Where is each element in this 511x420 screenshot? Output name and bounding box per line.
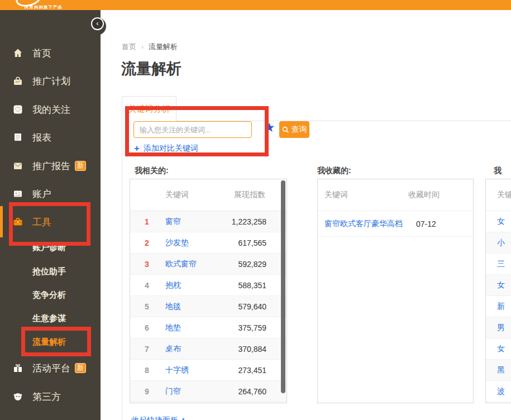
favorite-star-icon[interactable]: ★ [264, 120, 275, 135]
table-scrollbar[interactable] [281, 180, 285, 393]
impression-value: 588,351 [238, 281, 266, 290]
table-body: 1 窗帘 1,223,258 2 沙发垫 617,565 3 欧式窗帘 592,… [130, 211, 286, 402]
sidebar-subitem-account-diagnosis[interactable]: 账户诊断 [32, 239, 99, 256]
rank: 5 [145, 302, 157, 311]
subitem-label: 生意参谋 [32, 313, 66, 324]
sidebar-subitem-business-advisor[interactable]: 生意参谋 [32, 310, 99, 327]
sidebar-subitem-competition-analysis[interactable]: 竞争分析 [32, 287, 99, 303]
breadcrumb-current: 流量解析 [149, 42, 178, 51]
plus-icon: + [134, 143, 140, 154]
table-row: 女 [486, 211, 511, 232]
favorites-section-title: 我收藏的: [317, 166, 351, 176]
table-header: 关键词 [486, 179, 511, 211]
impression-value: 375,759 [238, 323, 266, 332]
keyword-link[interactable]: 桌布 [165, 344, 181, 354]
sidebar-item-label: 推广报告 [32, 160, 70, 173]
sidebar-item-tools[interactable]: 工具 [0, 212, 101, 232]
keyword-search-input[interactable] [133, 121, 252, 138]
keyword-link[interactable]: 女 [497, 217, 505, 227]
promo-report-icon [12, 160, 23, 171]
sidebar-item-label: 第三方 [32, 390, 61, 403]
subitem-label: 竞争分析 [32, 290, 66, 300]
favorite-time: 07-12 [416, 219, 436, 228]
breadcrumb-home[interactable]: 首页 [122, 42, 136, 51]
breadcrumb-separator-icon: › [136, 43, 149, 51]
table-row: 三 [486, 254, 511, 275]
account-icon [12, 188, 23, 199]
keyword-link[interactable]: 新 [497, 302, 505, 312]
sidebar-item-label: 工具 [32, 216, 51, 228]
breadcrumb: 首页›流量解析 [122, 42, 178, 52]
keyword-link[interactable]: 窗帘 [165, 217, 181, 227]
sidebar-item-account[interactable]: 账户 [0, 184, 101, 204]
col-keyword: 关键词 [497, 190, 511, 200]
thirdparty-icon [12, 391, 23, 402]
subitem-label: 流量解析 [32, 337, 66, 347]
sidebar-item-label: 报表 [32, 131, 51, 144]
sidebar-item-my-watchlist[interactable]: 我的关注 [0, 99, 101, 120]
sidebar-subitem-traffic-analysis[interactable]: 流量解析 [32, 333, 99, 350]
sidebar-item-promo-plan[interactable]: 推广计划 [0, 71, 101, 91]
activity-icon [12, 362, 23, 374]
table-row: 1 窗帘 1,223,258 [130, 211, 286, 232]
col-keyword: 关键词 [165, 190, 189, 200]
rank: 8 [145, 366, 157, 375]
keyword-link[interactable]: 地垫 [165, 323, 181, 333]
table-header: 关键词 展现指数 [130, 179, 286, 211]
keyword-link[interactable]: 波 [497, 386, 505, 397]
add-compare-keyword-link[interactable]: + 添加对比关键词 [134, 143, 198, 154]
keyword-link[interactable]: 地毯 [165, 302, 181, 312]
related-keywords-table: 关键词 展现指数 1 窗帘 1,223,258 2 沙发垫 617,565 3 … [130, 179, 287, 403]
keyword-link[interactable]: 门帘 [165, 386, 181, 397]
table-row: 7 桌布 370,884 [130, 338, 286, 360]
table-row: 5 地毯 579,640 [130, 296, 286, 317]
sidebar-collapse-button[interactable]: ‹ [91, 17, 104, 30]
keyword-link[interactable]: 窗帘欧式客厅豪华高档 [324, 219, 403, 229]
keyword-link[interactable]: 抱枕 [165, 280, 181, 290]
sidebar-item-label: 账户 [32, 188, 51, 201]
brand-subtitle: 阿里妈妈旗下产品 [25, 4, 63, 10]
table-row: 女 [486, 338, 511, 360]
rank: 4 [145, 281, 157, 290]
keyword-link[interactable]: 十字绣 [165, 365, 189, 375]
new-badge: 新 [75, 161, 86, 171]
sidebar: ‹ 首页 推广计划 我的关注 报表 推广报告 新 账户 [0, 10, 101, 420]
sidebar-item-label: 活动平台 [32, 362, 70, 375]
keyword-link[interactable]: 欧式窗帘 [165, 259, 197, 269]
keyword-link[interactable]: 小 [497, 238, 505, 248]
keyword-link[interactable]: 男 [497, 323, 505, 333]
favorites-table: 关键词 收藏时间 窗帘欧式客厅豪华高档 07-12 [317, 179, 474, 403]
impression-value: 273,451 [238, 366, 266, 375]
search-icon [282, 126, 289, 133]
keyword-link[interactable]: 黑 [497, 365, 505, 375]
col-impression-index: 展现指数 [234, 190, 265, 200]
keyword-link[interactable]: 三 [497, 259, 505, 269]
sidebar-item-third-party[interactable]: 第三方 [0, 386, 101, 407]
sidebar-item-promo-report[interactable]: 推广报告 新 [0, 156, 101, 176]
impression-value: 579,640 [238, 302, 266, 311]
impression-value: 592,829 [238, 260, 266, 269]
table-row: 4 抱枕 588,351 [130, 275, 286, 296]
sidebar-item-activity-platform[interactable]: 活动平台 新 [0, 358, 101, 378]
tab-keyword-analysis[interactable]: 关键词分析 [122, 96, 176, 121]
table-header: 关键词 收藏时间 [318, 179, 473, 211]
sidebar-item-label: 首页 [32, 47, 51, 60]
rank: 3 [145, 260, 157, 269]
keyword-link[interactable]: 沙发垫 [165, 238, 189, 248]
sidebar-item-home[interactable]: 首页 [0, 43, 101, 63]
add-compare-label: 添加对比关键词 [144, 144, 198, 154]
sidebar-item-label: 我的关注 [32, 103, 70, 116]
sidebar-subitem-rank-assistant[interactable]: 抢位助手 [32, 263, 99, 280]
subitem-label: 账户诊断 [32, 242, 66, 253]
chevron-up-icon: ∧ [180, 416, 186, 420]
table-row: 新 [486, 296, 511, 317]
collapse-quick-panel-link[interactable]: 收起快捷面板 ∧ [131, 416, 186, 420]
keyword-link[interactable]: 女 [497, 280, 505, 290]
impression-value: 370,884 [238, 345, 266, 354]
query-button[interactable]: 查询 [279, 121, 309, 138]
keyword-link[interactable]: 女 [497, 344, 505, 354]
sidebar-item-reports[interactable]: 报表 [0, 127, 101, 147]
table-row: 黑 [486, 360, 511, 381]
impression-value: 1,223,258 [232, 217, 266, 226]
col-favorite-time: 收藏时间 [408, 190, 440, 200]
